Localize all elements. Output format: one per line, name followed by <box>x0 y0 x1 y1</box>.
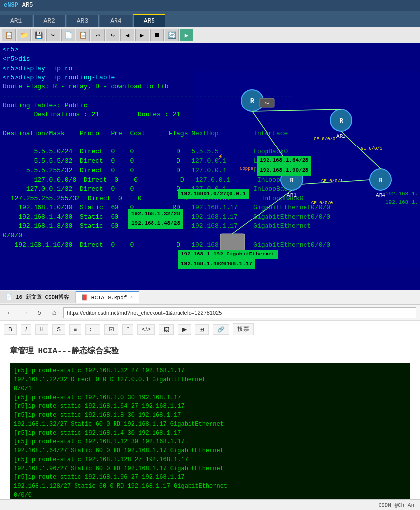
terminal-line: Destinations : 21 Routes : 21 <box>3 110 417 120</box>
highlight-box-1: 192.168.1.64/28 <box>257 156 311 166</box>
status-text: CSDN @Ch An <box>378 502 414 508</box>
ordered-list-btn[interactable]: ≔ <box>85 324 100 335</box>
toolbar-open[interactable]: 📁 <box>17 29 31 41</box>
csdn-tab-icon: 📄 <box>6 294 13 300</box>
browser-area: 📄 16 新文章 CSDN博客 📕 HCIA 0.Rpdf × ← → ↻ ⌂ … <box>0 290 420 510</box>
italic-btn[interactable]: I <box>21 324 31 335</box>
article-title: 章管理 HCIA---静态综合实验 <box>10 344 410 359</box>
close-tab-icon[interactable]: × <box>130 295 133 300</box>
interface-label-1: 192.168.1. <box>385 190 418 198</box>
code-line: [r5]ip route-static 192.168.1.8 30 192.1… <box>14 411 406 420</box>
code-line: [r5]ip route-static 192.168.1.4 30 192.1… <box>14 429 406 437</box>
toolbar-forward[interactable]: ▶ <box>135 29 149 41</box>
tab-ar5[interactable]: AR5 <box>133 14 165 27</box>
terminal-scroll: <r5> <r5>dis <r5>display ip ro <r5>displ… <box>3 45 417 250</box>
terminal-line <box>3 120 417 129</box>
terminal-line: 5.5.5.0/24 Direct 0 0 D 5.5.5.5 LoopBack… <box>3 147 417 157</box>
code-line: 192.168.1.96/27 Static 60 0 RD 192.168.1… <box>14 464 406 473</box>
tab-ar3[interactable]: AR3 <box>67 15 99 27</box>
strikethrough-btn[interactable]: S <box>52 324 65 335</box>
unordered-list-btn[interactable]: ≡ <box>69 324 81 335</box>
browser-tab-csdn[interactable]: 📄 16 新文章 CSDN博客 <box>0 291 76 303</box>
terminal-line: 5.5.5.5/32 Direct 0 0 D 127.0.0.1 LoopBa… <box>3 157 417 166</box>
toolbar-redo[interactable]: ↪ <box>106 29 119 41</box>
code-line: 192.168.1.128/27 Static 60 0 RD 192.168.… <box>14 482 406 491</box>
title-bar: eNSP AR5 <box>0 0 420 11</box>
toolbar-copy[interactable]: 📄 <box>61 29 75 41</box>
highlight-box-6: 192.168.1.192.GigabitEthernet <box>178 250 278 259</box>
code-line: 0/0/0 <box>14 491 406 500</box>
window-title: AR5 <box>22 2 33 9</box>
status-bar: CSDN @Ch An <box>0 499 420 510</box>
heading-btn[interactable]: H <box>35 324 48 335</box>
ensp-toolbar: 📋 📁 💾 ✂ 📄 📋 ↩ ↪ ◀ ▶ ⏹ 🔄 ▶ <box>0 27 420 43</box>
bold-btn[interactable]: B <box>4 324 17 335</box>
code-line: [r5]ip route-static 192.168.1.128 27 192… <box>14 455 406 464</box>
code-line: [r5]ip route-static 192.168.1.12 30 192.… <box>14 437 406 446</box>
toolbar-back[interactable]: ◀ <box>120 29 134 41</box>
code-line: [r5]ip route-static 192.168.1.96 27 192.… <box>14 473 406 482</box>
hcia-tab-label: HCIA 0.Rpdf <box>91 295 127 301</box>
code-btn[interactable]: </> <box>137 324 154 335</box>
highlight-box-3: 192.168D1.0/27Q0.0.1 <box>178 189 249 199</box>
table-btn[interactable]: ⊞ <box>195 324 209 335</box>
editor-toolbar: B I H S ≡ ≔ ☑ " </> 🖼 ▶ ⊞ 🔗 投票 <box>0 321 420 338</box>
forward-btn[interactable]: → <box>19 307 31 319</box>
highlight-box-7: 192.168.1.4920168.1.17 <box>178 259 255 269</box>
browser-nav: ← → ↻ ⌂ <box>0 305 420 321</box>
link-btn[interactable]: 🔗 <box>213 324 229 335</box>
toolbar-refresh[interactable]: 🔄 <box>165 29 179 41</box>
url-bar[interactable] <box>63 307 416 318</box>
editor-content[interactable]: 章管理 HCIA---静态综合实验 [r5]ip route-static 19… <box>0 338 420 510</box>
terminal-line: 192.168.1.0/30 Static 60 0 RD 192.168.1.… <box>3 203 417 213</box>
ensp-logo: eNSP <box>4 2 18 9</box>
terminal-line: 5.5.5.255/32 Direct 0 0 D 127.0.0.1 Loop… <box>3 166 417 176</box>
terminal-line: <r5>display ip ro <box>3 64 417 73</box>
browser-tab-hcia[interactable]: 📕 HCIA 0.Rpdf × <box>76 291 140 303</box>
terminal-line: 0/0/0 <box>3 231 417 241</box>
terminal-code-block: [r5]ip route-static 192.168.1.32 27 192.… <box>10 363 410 510</box>
toolbar-new[interactable]: 📋 <box>2 29 16 41</box>
quote-btn[interactable]: " <box>122 324 133 335</box>
toolbar-stop[interactable]: ⏹ <box>150 29 164 41</box>
hcia-tab-icon: 📕 <box>81 294 88 301</box>
terminal-line: 192.168.1.4/30 Static 60 0 RD 192.168.1.… <box>3 213 417 222</box>
vote-btn[interactable]: 投票 <box>233 323 254 335</box>
browser-tab-bar: 📄 16 新文章 CSDN博客 📕 HCIA 0.Rpdf × <box>0 290 420 305</box>
terminal-line: 192.168.1.16/30 Direct 0 0 D 192.168.1.1… <box>3 241 417 250</box>
terminal-line: 192.168.1.8/30 Static 60 0 RD 192.168.1.… <box>3 222 417 231</box>
terminal-line: 127.0.0.0/8 Direct 0 0 D 127.0.0.1 InLoo… <box>3 176 417 185</box>
terminal-area[interactable]: <r5> <r5>dis <r5>display ip ro <r5>displ… <box>0 43 420 290</box>
video-btn[interactable]: ▶ <box>178 324 191 335</box>
terminal-line: Destination/Mask Proto Pre Cost Flags Ne… <box>3 129 417 139</box>
terminal-line: <r5> <box>3 45 417 55</box>
terminal-line: <r5>dis <box>3 55 417 64</box>
highlight-box-4: 192.168.1.32/28 <box>128 209 183 219</box>
todo-btn[interactable]: ☑ <box>104 324 118 335</box>
terminal-line: Routing Tables: Public <box>3 101 417 110</box>
interface-label-2: 192.168.1. <box>385 199 418 207</box>
terminal-line: Route Flags: R - relay, D - download to … <box>3 82 417 92</box>
toolbar-run[interactable]: ▶ <box>180 29 193 41</box>
code-line: 0/0/1 <box>14 384 406 393</box>
csdn-tab-label: 16 新文章 CSDN博客 <box>16 293 69 301</box>
tab-ar1[interactable]: AR1 <box>0 15 32 27</box>
back-btn[interactable]: ← <box>4 307 16 319</box>
tab-ar2[interactable]: AR2 <box>33 15 65 27</box>
tab-bar: AR1 AR2 AR3 AR4 AR5 <box>0 11 420 27</box>
code-line: 192.168.1.64/27 Static 60 0 RD 192.168.1… <box>14 446 406 455</box>
toolbar-cut[interactable]: ✂ <box>46 29 60 41</box>
tab-ar4[interactable]: AR4 <box>100 15 132 27</box>
highlight-box-5: 192.168.1.48/28 <box>128 219 183 229</box>
refresh-btn[interactable]: ↻ <box>34 307 45 319</box>
toolbar-paste[interactable]: 📋 <box>76 29 90 41</box>
code-line: [r5]ip route-static 192.168.1.32 27 192.… <box>14 366 406 375</box>
code-line: 192.168.1.32/27 Static 60 0 RD 192.168.1… <box>14 420 406 429</box>
toolbar-undo[interactable]: ↩ <box>91 29 105 41</box>
home-btn[interactable]: ⌂ <box>48 307 60 319</box>
code-line: [r5]ip route-static 192.168.1.64 27 192.… <box>14 402 406 411</box>
image-btn[interactable]: 🖼 <box>159 324 174 335</box>
code-line: [r5]ip route-static 192.168.1.0 30 192.1… <box>14 393 406 402</box>
toolbar-save[interactable]: 💾 <box>32 29 45 41</box>
code-line: 192.168.1.22/32 Direct 0 0 D 127.0.0.1 G… <box>14 375 406 384</box>
